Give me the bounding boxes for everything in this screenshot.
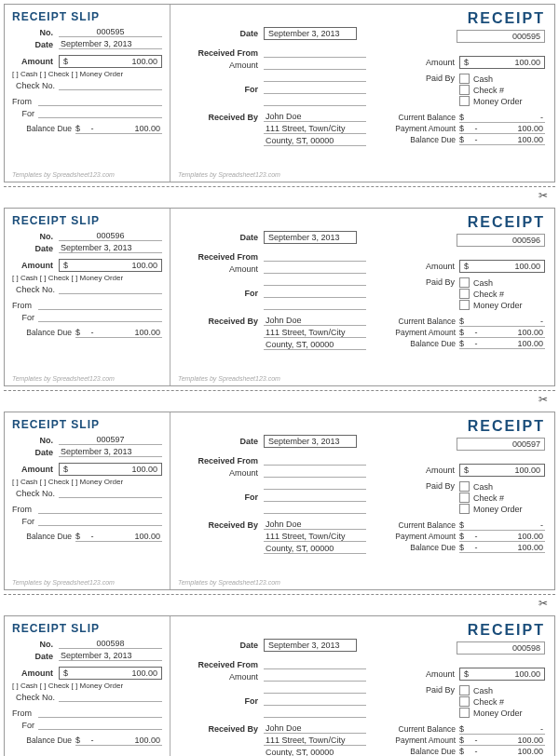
slip-balance-row: Balance Due$-100.00 [12, 328, 162, 338]
label-date: Date [180, 233, 264, 242]
label-date: Date [12, 652, 59, 661]
label-for: For [180, 289, 264, 298]
received-from-value [264, 47, 366, 58]
check-no-value [59, 284, 162, 294]
for-line [264, 288, 366, 298]
footer-credit: Templates by Spreadsheet123.com [12, 171, 115, 178]
label-for: For [12, 721, 38, 730]
label-money-order: Money Order [473, 301, 523, 310]
received-by-value: John Doe [264, 520, 366, 530]
label-amount: Amount [12, 465, 59, 474]
slip-title: RECEIPT SLIP [12, 10, 162, 23]
payment-type-checkboxes: [ ] Cash [ ] Check [ ] Money Order [12, 682, 162, 690]
address-line-2: County, ST, 00000 [264, 340, 366, 350]
amount-line [264, 467, 366, 478]
label-amount: Amount [180, 61, 264, 70]
slip-no-value: 000596 [59, 231, 162, 241]
label-date: Date [180, 437, 264, 446]
label-no: No. [12, 28, 59, 37]
slip-balance-row: Balance Due$-100.00 [12, 736, 162, 746]
label-date: Date [12, 244, 59, 253]
main-amount-box: $100.00 [459, 464, 545, 477]
receipt-slip: RECEIPT SLIP No.000598 DateSeptember 3, … [5, 616, 170, 756]
label-paid-by: Paid By [366, 685, 459, 719]
label-amount: Amount [180, 468, 264, 478]
label-for: For [180, 696, 264, 706]
label-amount: Amount [12, 57, 59, 66]
slip-amount-box: $100.00 [59, 463, 162, 476]
checkbox-money-order [459, 708, 470, 718]
address-line-1: 111 Street, Town/City [264, 124, 366, 134]
checkbox-money-order [459, 504, 470, 514]
paid-by-section: Paid By Cash Check # Money Order [366, 74, 545, 107]
label-date: Date [180, 641, 264, 650]
label-from: From [12, 709, 38, 718]
payment-amount-row: Payment Amount$-100.00 [366, 736, 545, 746]
payment-type-checkboxes: [ ] Cash [ ] Check [ ] Money Order [12, 70, 162, 78]
slip-amount-box: $100.00 [59, 259, 162, 272]
amount-line [264, 60, 366, 70]
address-line-2: County, ST, 00000 [264, 544, 366, 554]
address-line-1: 111 Street, Town/City [264, 532, 366, 542]
label-from: From [12, 301, 38, 310]
label-amount: Amount [366, 262, 459, 271]
from-value [38, 708, 162, 718]
label-amount: Amount [366, 669, 459, 679]
cut-line: ✂ [4, 186, 555, 204]
label-received-from: Received From [180, 48, 264, 58]
slip-amount-box: $100.00 [59, 667, 162, 680]
scissors-icon: ✂ [539, 189, 548, 202]
footer-credit: Templates by Spreadsheet123.com [178, 375, 280, 382]
label-check: Check # [473, 493, 504, 503]
label-check-no: Check No. [12, 693, 59, 702]
for-value [38, 720, 162, 730]
label-for: For [12, 517, 38, 526]
receipt-block: RECEIPT SLIP No.000595 DateSeptember 3, … [4, 4, 555, 182]
payment-amount-row: Payment Amount$-100.00 [366, 124, 545, 134]
slip-balance-row: Balance Due$-100.00 [12, 124, 162, 134]
receipt-slip: RECEIPT SLIP No.000596 DateSeptember 3, … [5, 209, 170, 385]
label-amount: Amount [180, 264, 264, 274]
amount-line [264, 671, 366, 682]
cut-line: ✂ [4, 390, 555, 408]
label-date: Date [12, 448, 59, 457]
slip-date-value: September 3, 2013 [59, 447, 162, 457]
from-value [38, 96, 162, 106]
label-received-by: Received By [180, 520, 264, 530]
balance-due-row: Balance Due$-100.00 [366, 747, 545, 756]
label-for: For [12, 109, 38, 118]
for-value [38, 312, 162, 322]
label-check: Check # [473, 697, 504, 707]
label-cash: Cash [473, 686, 493, 695]
label-check: Check # [473, 86, 504, 95]
for-line [264, 695, 366, 706]
checkbox-check [459, 696, 470, 707]
label-amount: Amount [180, 672, 264, 682]
checkbox-money-order [459, 96, 470, 106]
main-amount-box: $100.00 [459, 668, 545, 681]
label-no: No. [12, 640, 59, 649]
label-no: No. [12, 232, 59, 241]
slip-title: RECEIPT SLIP [12, 418, 162, 431]
main-date-box: September 3, 2013 [264, 27, 357, 40]
address-line-2: County, ST, 00000 [264, 136, 366, 146]
receipt-main: DateSeptember 3, 2013 Received From Amou… [170, 412, 554, 589]
received-by-value: John Doe [264, 316, 366, 326]
label-received-from: Received From [180, 252, 264, 262]
checkbox-money-order [459, 300, 470, 310]
receipt-title: RECEIPT [366, 10, 545, 27]
paid-by-section: Paid By Cash Check # Money Order [366, 685, 545, 719]
amount-line [264, 263, 366, 274]
label-paid-by: Paid By [366, 481, 459, 515]
received-from-value [264, 659, 366, 669]
received-from-value [264, 455, 366, 466]
slip-amount-box: $100.00 [59, 55, 162, 68]
main-amount-box: $100.00 [459, 56, 545, 69]
slip-date-value: September 3, 2013 [59, 39, 162, 49]
scissors-icon: ✂ [539, 597, 548, 610]
checkbox-cash [459, 481, 470, 492]
label-received-from: Received From [180, 660, 264, 669]
receipt-slip: RECEIPT SLIP No.000597 DateSeptember 3, … [5, 412, 170, 589]
label-check-no: Check No. [12, 285, 59, 294]
payment-type-checkboxes: [ ] Cash [ ] Check [ ] Money Order [12, 478, 162, 486]
